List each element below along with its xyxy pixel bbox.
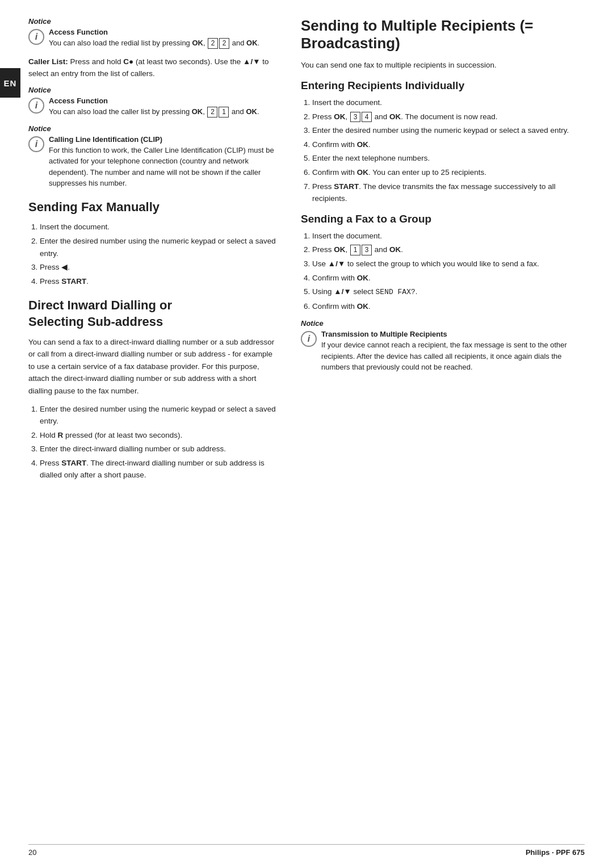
notice-content-3: Calling Line Identification (CLIP) For t… — [49, 135, 278, 189]
step-ri-7: Press START. The device transmits the fa… — [312, 181, 585, 205]
notice-content-2: Access Function You can also load the ca… — [49, 97, 278, 118]
section-sending-fax-manually-title: Sending Fax Manually — [28, 199, 278, 216]
step-fg-4: Confirm with OK. — [312, 272, 585, 284]
step-ri-1: Insert the document. — [312, 97, 585, 109]
step-ri-4: Confirm with OK. — [312, 139, 585, 151]
step-ri-6: Confirm with OK. You can enter up to 25 … — [312, 166, 585, 179]
step-sfm-2: Enter the desired number using the numer… — [40, 235, 278, 259]
notice-label-2: Notice — [28, 86, 278, 94]
step-sfm-3: Press ◀. — [40, 261, 278, 274]
step-sfm-4: Press START. — [40, 275, 278, 288]
subsection-fax-group-title: Sending a Fax to a Group — [301, 213, 585, 225]
step-sfm-1: Insert the document. — [40, 221, 278, 233]
direct-inward-intro: You can send a fax to a direct-inward di… — [28, 336, 278, 397]
step-fg-6: Confirm with OK. — [312, 300, 585, 313]
footer-page-number: 20 — [28, 848, 36, 857]
step-did-4: Press START. The direct-inward dialling … — [40, 457, 278, 481]
notice-text-2: You can also load the caller list by pre… — [49, 106, 278, 118]
direct-inward-steps: Enter the desired number using the numer… — [28, 403, 278, 482]
notice-block-1: Notice i Access Function You can also lo… — [28, 17, 278, 49]
subsection-recipients-individually-title: Entering Recipients Individually — [301, 79, 585, 92]
notice-label-right: Notice — [301, 319, 585, 328]
step-ri-3: Enter the desired number using the numer… — [312, 124, 585, 137]
notice-title-2: Access Function — [49, 97, 278, 105]
step-fg-2: Press OK, 13 and OK. — [312, 244, 585, 256]
step-ri-2: Press OK, 34 and OK. The document is now… — [312, 111, 585, 123]
step-fg-3: Use ▲/▼ to select the group to which you… — [312, 258, 585, 270]
broadcasting-intro: You can send one fax to multiple recipie… — [301, 59, 585, 72]
en-tab-label: EN — [4, 78, 17, 88]
sending-fax-manually-steps: Insert the document. Enter the desired n… — [28, 221, 278, 287]
recipients-individually-steps: Insert the document. Press OK, 34 and OK… — [301, 97, 585, 205]
step-did-1: Enter the desired number using the numer… — [40, 403, 278, 427]
notice-block-3: Notice i Calling Line Identification (CL… — [28, 124, 278, 189]
en-language-tab: EN — [0, 68, 20, 98]
notice-box-3: i Calling Line Identification (CLIP) For… — [28, 135, 278, 189]
right-column: Sending to Multiple Recipi­ents (= Broad… — [301, 17, 585, 488]
notice-text-1: You can also load the redial list by pre… — [49, 37, 278, 49]
notice-label-3: Notice — [28, 124, 278, 133]
left-column: Notice i Access Function You can also lo… — [28, 17, 278, 488]
notice-box-1: i Access Function You can also load the … — [28, 28, 278, 49]
step-fg-1: Insert the document. — [312, 230, 585, 242]
fax-group-steps: Insert the document. Press OK, 13 and OK… — [301, 230, 585, 313]
notice-content-1: Access Function You can also load the re… — [49, 28, 278, 49]
notice-box-right: i Transmission to Multiple Recipients If… — [301, 330, 585, 373]
notice-text-right: If your device cannot reach a recipient,… — [321, 339, 585, 373]
page-footer: 20 Philips · PPF 675 — [28, 844, 585, 857]
notice-title-right: Transmission to Multiple Recipients — [321, 330, 585, 338]
step-did-3: Enter the direct-inward dialling number … — [40, 443, 278, 455]
notice-icon-3: i — [28, 136, 44, 152]
section-direct-inward-title: Direct Inward Dialling orSelecting Sub-a… — [28, 297, 278, 330]
step-ri-5: Enter the next telephone numbers. — [312, 152, 585, 165]
notice-title-1: Access Function — [49, 28, 278, 36]
step-fg-5: Using ▲/▼ select SEND FAX?. — [312, 286, 585, 299]
footer-product-name: Philips · PPF 675 — [526, 848, 585, 857]
section-broadcasting-title: Sending to Multiple Recipi­ents (= Broad… — [301, 17, 585, 52]
notice-title-3: Calling Line Identification (CLIP) — [49, 135, 278, 144]
notice-icon-1: i — [28, 29, 44, 45]
caller-list-para: Caller List: Press and hold C● (at least… — [28, 56, 278, 80]
notice-icon-right: i — [301, 331, 317, 347]
notice-label-1: Notice — [28, 17, 278, 26]
notice-content-right: Transmission to Multiple Recipients If y… — [321, 330, 585, 373]
step-did-2: Hold R pressed (for at least two seconds… — [40, 429, 278, 442]
notice-block-right: Notice i Transmission to Multiple Recipi… — [301, 319, 585, 373]
notice-block-2: Notice i Access Function You can also lo… — [28, 86, 278, 118]
notice-icon-2: i — [28, 98, 44, 114]
notice-text-3: For this function to work, the Caller Li… — [49, 145, 278, 189]
page: EN Notice i Access Function You can also… — [0, 0, 613, 868]
notice-box-2: i Access Function You can also load the … — [28, 97, 278, 118]
